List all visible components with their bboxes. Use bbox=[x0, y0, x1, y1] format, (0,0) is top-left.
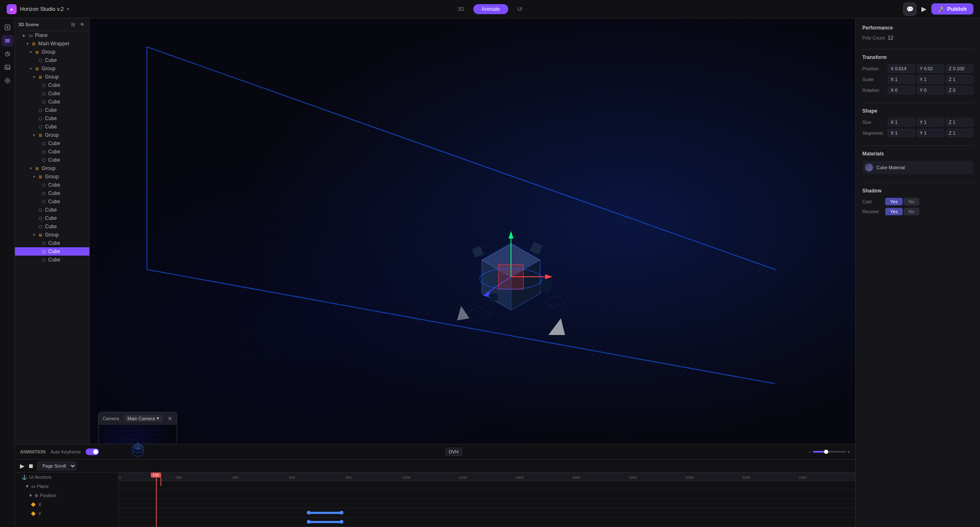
list-item[interactable]: ▶ ⬡ Cube bbox=[15, 156, 89, 164]
zoom-in-icon[interactable]: + bbox=[848, 449, 850, 454]
list-item[interactable]: ▶ ⬡ Cube bbox=[15, 206, 89, 214]
anim-bar-left-handle[interactable] bbox=[307, 520, 311, 524]
anim-bar-right-handle[interactable] bbox=[340, 511, 343, 515]
tree-expand-arrow[interactable]: ▶ bbox=[22, 33, 27, 38]
autokeyframe-toggle[interactable] bbox=[86, 448, 99, 455]
anim-bar-left-handle[interactable] bbox=[307, 511, 311, 515]
shadow-section: Shadow Cast Yes No Receive Yes No bbox=[862, 188, 973, 215]
chat-icon: 💬 bbox=[906, 6, 913, 12]
position-label: Position bbox=[862, 66, 885, 71]
tree-expand-arrow[interactable]: ▼ bbox=[32, 74, 37, 79]
shadow-receive-no-btn[interactable]: No bbox=[903, 208, 919, 215]
list-item[interactable]: ▶ ⬡ Cube bbox=[15, 106, 89, 114]
divider-1 bbox=[862, 49, 973, 49]
tree-item-group[interactable]: ▼ ⊞ Group bbox=[15, 164, 89, 172]
list-item[interactable]: ▶ ⬡ Cube bbox=[15, 139, 89, 148]
anim-stop-btn[interactable]: ⏹ bbox=[28, 463, 34, 469]
list-item[interactable]: ▶ ⬡ Cube bbox=[15, 98, 89, 106]
page-scroll-selector[interactable]: Page Scroll bbox=[37, 461, 77, 470]
tree-label: Cube bbox=[45, 207, 57, 213]
tree-expand-arrow[interactable]: ▼ bbox=[32, 232, 37, 237]
size-x-input[interactable]: X 1 bbox=[888, 118, 915, 126]
list-item[interactable]: ▶ ⬡ Cube bbox=[15, 114, 89, 123]
rotation-y-input[interactable]: Y 0 bbox=[917, 86, 944, 94]
position-y-input[interactable]: Y 0.02 bbox=[917, 64, 944, 73]
material-item[interactable]: Cube Material bbox=[862, 161, 973, 174]
scale-z-input[interactable]: Z 1 bbox=[946, 75, 973, 84]
list-item[interactable]: ▶ ⬡ Cube bbox=[15, 222, 89, 231]
anim-play-btn[interactable]: ▶ bbox=[20, 463, 25, 469]
tree-expand-arrow[interactable]: ▼ bbox=[28, 66, 33, 71]
list-item[interactable]: ▶ ⬡ Cube bbox=[15, 56, 89, 64]
publish-button[interactable]: 🚀 Publish bbox=[931, 3, 973, 15]
list-item[interactable]: ▶ ⬡ Cube bbox=[15, 148, 89, 156]
sidebar-icon-layers[interactable] bbox=[2, 35, 13, 47]
tree-item-group[interactable]: ▼ ⊞ Group bbox=[15, 64, 89, 73]
tree-expand-arrow[interactable]: ▼ bbox=[28, 49, 33, 54]
tree-expand-arrow[interactable]: ▼ bbox=[32, 174, 37, 179]
size-y-input[interactable]: Y 1 bbox=[917, 118, 944, 126]
list-item[interactable]: ▶ ⬡ Cube bbox=[15, 89, 89, 98]
tree-item-group[interactable]: ▼ ⊞ Group bbox=[15, 172, 89, 181]
tree-item-main-wrapper[interactable]: ▼ ⊞ Main Wrapper bbox=[15, 39, 89, 48]
scale-y-input[interactable]: Y 1 bbox=[917, 75, 944, 84]
tree-item-group[interactable]: ▼ ⊞ Group bbox=[15, 231, 89, 239]
mode-btn-ui[interactable]: UI bbox=[509, 4, 531, 14]
mode-btn-3d[interactable]: 3D bbox=[449, 4, 472, 14]
plane-expand-arrow[interactable]: ▼ bbox=[25, 484, 30, 489]
rotation-x-input[interactable]: X 0 bbox=[888, 86, 915, 94]
segments-y-input[interactable]: Y 1 bbox=[917, 129, 944, 137]
size-z-input[interactable]: Z 1 bbox=[946, 118, 973, 126]
sidebar-icon-assets[interactable] bbox=[2, 48, 13, 60]
list-item[interactable]: ▶ ⬡ Cube bbox=[15, 197, 89, 206]
rotation-z-input[interactable]: Z 0 bbox=[946, 86, 973, 94]
sidebar-icon-image[interactable] bbox=[2, 62, 13, 73]
tree-item-plane[interactable]: ▶ ▭ Plane bbox=[15, 31, 89, 39]
position-expand-arrow[interactable]: ▼ bbox=[28, 493, 33, 498]
sidebar-icon-settings[interactable] bbox=[2, 75, 13, 86]
tree-item-group[interactable]: ▼ ⊞ Group bbox=[15, 73, 89, 81]
list-item[interactable]: ▶ ⬡ Cube bbox=[15, 189, 89, 197]
tree-expand-arrow[interactable]: ▼ bbox=[32, 133, 37, 138]
list-item[interactable]: ▶ ⬡ Cube bbox=[15, 239, 89, 247]
scene-eye-icon[interactable]: 👁 bbox=[79, 21, 86, 28]
position-x-input[interactable]: X 0.014 bbox=[888, 64, 915, 73]
tree-item-group[interactable]: ▼ ⊞ Group bbox=[15, 131, 89, 139]
zoom-slider[interactable] bbox=[813, 451, 846, 453]
tree-item-selected-cube[interactable]: ▶ ⬡ Cube bbox=[15, 247, 89, 256]
camera-selector[interactable]: Main Camera ▾ bbox=[124, 415, 163, 422]
tree-expand-arrow[interactable]: ▼ bbox=[28, 166, 33, 171]
list-item[interactable]: ▶ ⬡ Cube bbox=[15, 214, 89, 222]
scene-add-icon[interactable]: ⊞ bbox=[69, 21, 77, 28]
sidebar-icon-scene[interactable] bbox=[2, 22, 13, 33]
list-item[interactable]: ▶ ⬡ Cube bbox=[15, 256, 89, 264]
shadow-receive-yes-btn[interactable]: Yes bbox=[885, 208, 903, 215]
title-dropdown-arrow[interactable]: ▾ bbox=[67, 7, 69, 11]
position-row: Position X 0.014 Y 0.02 Z 0.100 bbox=[862, 64, 973, 73]
list-item[interactable]: ▶ ⬡ Cube bbox=[15, 123, 89, 131]
tree-label: Cube bbox=[45, 215, 57, 221]
scale-x-input[interactable]: X 1 bbox=[888, 75, 915, 84]
play-button[interactable]: ▶ bbox=[921, 5, 926, 13]
segments-z-input[interactable]: Z 1 bbox=[946, 129, 973, 137]
mode-btn-animate[interactable]: Animate bbox=[473, 4, 508, 14]
camera-close-btn[interactable]: ✕ bbox=[168, 415, 173, 422]
list-item[interactable]: ▶ ⬡ Cube bbox=[15, 81, 89, 89]
segments-x-input[interactable]: X 1 bbox=[888, 129, 915, 137]
chat-icon-btn[interactable]: 💬 bbox=[903, 2, 916, 16]
shadow-cast-no-btn[interactable]: No bbox=[903, 198, 919, 205]
tree-label: Cube bbox=[45, 124, 57, 130]
position-z-input[interactable]: Z 0.100 bbox=[946, 64, 973, 73]
tree-item-group[interactable]: ▼ ⊞ Group bbox=[15, 48, 89, 56]
shadow-receive-toggle: Yes No bbox=[885, 208, 919, 215]
cube-icon: ⬡ bbox=[41, 149, 47, 155]
anim-bar-right-handle[interactable] bbox=[340, 520, 343, 524]
shadow-cast-yes-btn[interactable]: Yes bbox=[885, 198, 903, 205]
list-item[interactable]: ▶ ⬡ Cube bbox=[15, 181, 89, 189]
zoom-out-icon[interactable]: − bbox=[808, 449, 811, 454]
dvh-selector[interactable]: DVH bbox=[445, 448, 462, 456]
zoom-slider-thumb[interactable] bbox=[824, 450, 828, 454]
logo-char: ▲ bbox=[10, 7, 14, 11]
tree-expand-arrow[interactable]: ▼ bbox=[25, 41, 30, 46]
ruler-tick-800: 800 bbox=[346, 475, 352, 480]
